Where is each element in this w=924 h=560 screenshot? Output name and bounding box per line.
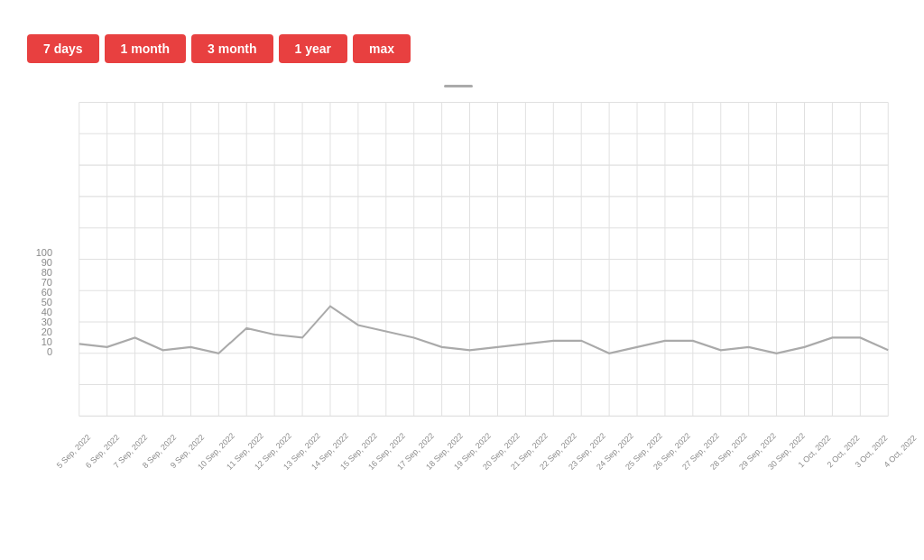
y-tick: 60 — [42, 288, 52, 298]
y-tick: 90 — [42, 258, 52, 268]
y-tick: 80 — [42, 268, 52, 278]
chart-line — [79, 307, 889, 353]
chart-svg — [70, 93, 897, 445]
btn-1month[interactable]: 1 month — [105, 34, 186, 63]
y-tick: 50 — [42, 298, 52, 308]
y-tick: 20 — [42, 327, 52, 337]
time-range-buttons: 7 days 1 month 3 month 1 year max — [27, 34, 897, 63]
chart-container: 1009080706050403020100 5 Sep, 20226 Sep,… — [27, 85, 897, 511]
btn-max[interactable]: max — [353, 34, 411, 63]
y-tick: 30 — [42, 317, 52, 327]
chart-svg-wrapper: 5 Sep, 20226 Sep, 20227 Sep, 20228 Sep, … — [70, 93, 897, 511]
y-axis-wrapper: 1009080706050403020100 — [27, 93, 70, 511]
btn-1year[interactable]: 1 year — [279, 34, 347, 63]
chart-area: 1009080706050403020100 5 Sep, 20226 Sep,… — [27, 93, 897, 511]
y-tick: 0 — [47, 347, 52, 357]
btn-3month[interactable]: 3 month — [191, 34, 273, 63]
y-tick: 10 — [42, 337, 52, 347]
y-tick: 40 — [42, 308, 52, 317]
y-axis: 1009080706050403020100 — [31, 248, 58, 357]
chart-legend — [27, 85, 897, 87]
y-tick: 100 — [36, 248, 52, 258]
btn-7days[interactable]: 7 days — [27, 34, 99, 63]
legend-line-icon — [444, 85, 473, 87]
y-tick: 70 — [42, 278, 52, 288]
